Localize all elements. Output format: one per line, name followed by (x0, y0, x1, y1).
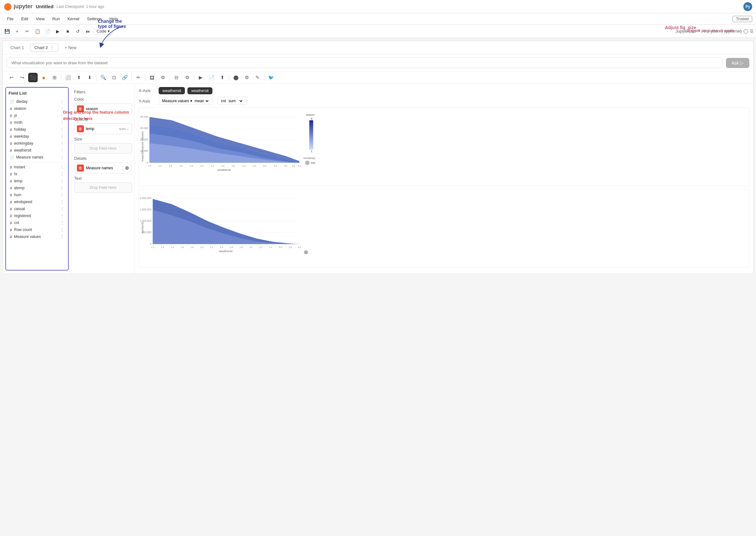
fast-forward-button[interactable]: ⏭ (84, 27, 92, 36)
save-button[interactable]: 💾 (3, 27, 12, 36)
export-btn[interactable]: ⬆ (218, 73, 227, 82)
table-button[interactable]: ⊟ (172, 73, 181, 82)
field-item-season[interactable]: # season ⋮ (9, 105, 66, 112)
field-item-weathersit[interactable]: # weathersit ⋮ (9, 147, 66, 154)
field-menu-dots[interactable]: ⋮ (60, 227, 64, 232)
field-item-atemp[interactable]: # atemp ⋮ (9, 184, 66, 191)
field-menu-dots[interactable]: ⋮ (60, 148, 64, 153)
field-menu-dots[interactable]: ⋮ (60, 179, 64, 184)
jupyterlab-link[interactable]: JupyterLab ↗ (675, 29, 700, 34)
link-button[interactable]: 🔗 (120, 73, 129, 82)
opacity-chip[interactable]: 🗑 temp sum ⌄ (74, 123, 132, 134)
add-cell-button[interactable]: + (13, 27, 21, 36)
image-button[interactable]: 🖼 (147, 73, 157, 82)
field-menu-dots[interactable]: ⋮ (60, 199, 64, 204)
fit-button[interactable]: ⊡ (109, 73, 119, 82)
details-chip-delete[interactable]: 🗑 (77, 165, 84, 172)
stop-button[interactable]: ■ (63, 27, 72, 36)
field-item-workingday[interactable]: # workingday ⋮ (9, 140, 66, 147)
field-item-casual[interactable]: # casual ⋮ (9, 205, 66, 212)
tab-chart2[interactable]: Chart 2 ⋮ (30, 43, 58, 51)
connect-btn[interactable]: ⬤ (231, 73, 241, 82)
field-item-cnt[interactable]: # cnt ⋮ (9, 219, 66, 226)
size-drop-zone[interactable]: Drop Field Here (74, 143, 132, 153)
new-tab-button[interactable]: + New (61, 44, 80, 51)
field-menu-dots[interactable]: ⋮ (60, 120, 64, 125)
details-chip-settings-icon[interactable]: ⚙ (125, 165, 129, 171)
image-settings-button[interactable]: ⚙ (158, 73, 167, 82)
field-menu-dots[interactable]: ⋮ (60, 106, 64, 111)
3d-cube-button[interactable]: ⬛ (28, 73, 38, 82)
copy-button[interactable]: 📋 (33, 27, 42, 36)
visualization-search-input[interactable] (7, 57, 723, 68)
x-axis-value[interactable]: weathersit (158, 87, 185, 94)
color-chip-delete[interactable]: 🗑 (77, 105, 84, 112)
menu-view[interactable]: View (33, 15, 48, 22)
field-item-row-count[interactable]: # Row count ⋮ (9, 226, 66, 233)
menu-file[interactable]: File (4, 15, 17, 22)
field-menu-dots[interactable]: ⋮ (60, 206, 64, 211)
field-menu-dots[interactable]: ⋮ (60, 155, 64, 160)
connect-settings-btn[interactable]: ⚙ (242, 73, 251, 82)
text-drop-zone[interactable]: Drop Field Here (74, 183, 132, 193)
color-chip[interactable]: 🗑 season (74, 103, 132, 114)
field-menu-dots[interactable]: ⋮ (60, 99, 64, 104)
paste-button[interactable]: 📄 (43, 27, 52, 36)
layers-button[interactable]: ⊞ (50, 73, 59, 82)
field-menu-dots[interactable]: ⋮ (60, 220, 64, 225)
field-menu-dots[interactable]: ⋮ (60, 127, 64, 132)
field-item-windspeed[interactable]: # windspeed ⋮ (9, 198, 66, 205)
field-item-weekday[interactable]: # weekday ⋮ (9, 133, 66, 140)
field-menu-dots[interactable]: ⋮ (60, 141, 64, 146)
field-menu-dots[interactable]: ⋮ (60, 172, 64, 177)
field-menu-dots[interactable]: ⋮ (60, 234, 64, 239)
details-chip[interactable]: 🗑 Measure names ⚙ (74, 163, 132, 173)
field-item-mnth[interactable]: # mnth ⋮ (9, 119, 66, 126)
field-item-dteday[interactable]: 📄 dteday ⋮ (9, 98, 66, 105)
menu-edit[interactable]: Edit (18, 15, 31, 22)
tab-kebab[interactable]: ⋮ (50, 45, 54, 50)
bird-btn[interactable]: 🐦 (266, 73, 276, 82)
field-item-registered[interactable]: # registered ⋮ (9, 212, 66, 219)
opacity-chip-delete[interactable]: 🗑 (77, 125, 84, 132)
field-item-hum[interactable]: # hum ⋮ (9, 191, 66, 198)
menu-kernel[interactable]: Kernel (64, 15, 83, 22)
y-axis-measure-agg-select[interactable]: mean sum count (193, 98, 210, 103)
y-axis-cnt-agg-select[interactable]: sum mean count (227, 98, 243, 103)
field-menu-dots[interactable]: ⋮ (60, 134, 64, 139)
undo-button[interactable]: ↩ (7, 73, 16, 82)
transform-button[interactable]: ⬜ (63, 73, 73, 82)
field-menu-dots[interactable]: ⋮ (60, 185, 64, 190)
notebook-title[interactable]: Untitled (36, 4, 53, 9)
pen-button[interactable]: ✏ (134, 73, 143, 82)
color-picker-button[interactable]: ■ (39, 73, 49, 82)
zoom-button[interactable]: 🔍 (98, 73, 108, 82)
table-settings-button[interactable]: ⚙ (182, 73, 192, 82)
cell-type-select[interactable]: Code ▾ (94, 28, 113, 34)
ask-button[interactable]: Ask ▷ (726, 58, 749, 68)
tab-chart1[interactable]: Chart 1 (7, 44, 28, 51)
menu-help[interactable]: Help (106, 15, 121, 22)
menu-run[interactable]: Run (49, 15, 63, 22)
y-axis-chip-cnt[interactable]: cnt sum mean count (218, 97, 247, 105)
field-item-measure-values[interactable]: # Measure values ⋮ (9, 233, 66, 240)
field-item-yr[interactable]: # yr ⋮ (9, 112, 66, 119)
field-menu-dots[interactable]: ⋮ (60, 192, 64, 197)
field-menu-dots[interactable]: ⋮ (60, 165, 64, 170)
cut-button[interactable]: ✂ (23, 27, 32, 36)
redo-button[interactable]: ↪ (17, 73, 27, 82)
field-item-measure-names[interactable]: 📄 Measure names ⋮ (9, 154, 66, 161)
play-btn[interactable]: ▶ (196, 73, 205, 82)
field-item-hr[interactable]: # hr ⋮ (9, 171, 66, 178)
field-menu-dots[interactable]: ⋮ (60, 113, 64, 118)
field-item-instant[interactable]: # instant ⋮ (9, 164, 66, 171)
restart-button[interactable]: ↺ (73, 27, 82, 36)
eraser-btn[interactable]: ✎ (253, 73, 262, 82)
menu-settings[interactable]: Settings (84, 15, 105, 22)
field-item-holiday[interactable]: # holiday ⋮ (9, 126, 66, 133)
doc-gear-btn[interactable]: 📄 (207, 73, 216, 82)
y-axis-chip-measure[interactable]: Measure values ▾ mean sum count (158, 97, 213, 105)
align-down-button[interactable]: ⬇ (85, 73, 94, 82)
field-item-temp[interactable]: # temp ⋮ (9, 178, 66, 184)
run-button[interactable]: ▶ (53, 27, 62, 36)
